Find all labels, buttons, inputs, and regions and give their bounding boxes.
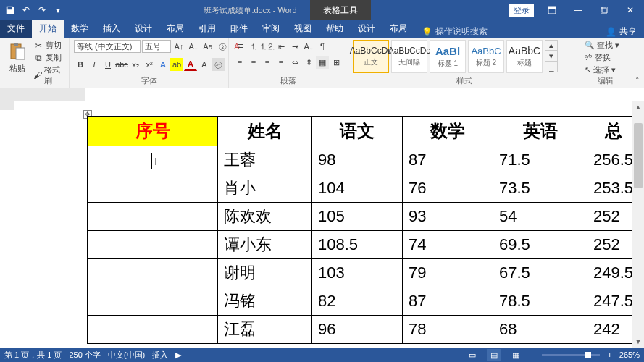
table-cell[interactable]: 69.5 — [493, 231, 587, 259]
horizontal-ruler[interactable] — [0, 88, 644, 101]
phonetic-button[interactable]: ㉆ — [216, 40, 229, 53]
replace-button[interactable]: ᵃ⁄ᵇ替换 — [585, 52, 619, 63]
table-cell[interactable]: I — [88, 146, 218, 174]
table-cell[interactable]: 87 — [403, 146, 493, 174]
read-mode-icon[interactable]: ▭ — [465, 349, 480, 361]
tell-me-search[interactable]: 💡操作说明搜索 — [422, 25, 488, 38]
table-cell[interactable]: 冯铭 — [218, 287, 312, 316]
ribbon-display-options-icon[interactable] — [540, 1, 564, 19]
header-chinese[interactable]: 语文 — [312, 117, 403, 146]
table-cell[interactable]: 73.5 — [493, 174, 587, 203]
save-icon[interactable] — [3, 3, 17, 17]
zoom-out-icon[interactable]: − — [530, 350, 535, 359]
language-indicator[interactable]: 中文(中国) — [108, 350, 145, 361]
table-cell[interactable]: 256.5 — [587, 146, 640, 174]
tab-numbers[interactable]: 数学 — [64, 20, 96, 38]
table-cell[interactable]: 87 — [403, 287, 493, 316]
tab-view[interactable]: 视图 — [287, 20, 319, 38]
scroll-down-icon[interactable]: ▼ — [632, 336, 644, 348]
collapse-ribbon-icon[interactable]: ˄ — [631, 38, 644, 88]
format-painter-button[interactable]: 🖌格式刷 — [33, 64, 64, 86]
table-cell[interactable]: 82 — [312, 287, 403, 316]
cut-button[interactable]: ✂剪切 — [33, 40, 64, 51]
char-shading-button[interactable]: ㊓ — [212, 58, 225, 71]
redo-icon[interactable]: ↷ — [35, 3, 49, 17]
tab-table-layout[interactable]: 布局 — [382, 20, 414, 38]
header-total[interactable]: 总 — [587, 117, 640, 146]
sort-button[interactable]: A↓ — [302, 40, 315, 53]
table-cell[interactable] — [88, 287, 218, 316]
tab-insert[interactable]: 插入 — [96, 20, 127, 38]
char-border-button[interactable]: A — [198, 58, 211, 71]
close-icon[interactable]: ✕ — [618, 1, 643, 19]
multilevel-button[interactable]: ⒈⒉ — [261, 40, 274, 53]
distribute-button[interactable]: ⇔ — [288, 56, 301, 69]
header-math[interactable]: 数学 — [403, 117, 493, 146]
style-title[interactable]: AaBbC标题 — [506, 40, 543, 73]
subscript-button[interactable]: x₂ — [129, 58, 142, 71]
shrink-font-button[interactable]: A↓ — [187, 40, 200, 53]
vertical-scrollbar[interactable]: ▲ ▼ — [632, 101, 644, 348]
indent-inc-button[interactable]: ⇥ — [288, 40, 301, 53]
table-cell[interactable]: 79 — [403, 259, 493, 287]
table-cell[interactable]: 陈欢欢 — [218, 203, 312, 231]
print-layout-icon[interactable]: ▤ — [487, 349, 501, 361]
table-cell[interactable]: 108.5 — [312, 231, 403, 259]
tab-mail[interactable]: 邮件 — [223, 20, 255, 38]
maximize-icon[interactable] — [592, 1, 616, 19]
macro-icon[interactable]: ▶ — [175, 350, 181, 360]
text-effects-button[interactable]: A — [156, 58, 170, 71]
score-table[interactable]: 序号 姓名 语文 数学 英语 总 I王蓉988771.5256.5肖小10476… — [87, 116, 640, 344]
table-cell[interactable]: 103 — [312, 259, 403, 287]
find-button[interactable]: 🔍查找▾ — [585, 40, 619, 51]
tab-file[interactable]: 文件 — [0, 20, 32, 38]
table-cell[interactable]: 253.5 — [587, 174, 640, 203]
table-cell[interactable]: 74 — [403, 231, 493, 259]
table-cell[interactable] — [88, 316, 218, 344]
table-cell[interactable]: 249.5 — [587, 259, 640, 287]
share-button[interactable]: 👤共享 — [606, 25, 637, 38]
select-button[interactable]: ↖选择▾ — [585, 64, 619, 75]
line-spacing-button[interactable]: ⇕ — [302, 56, 315, 69]
zoom-level[interactable]: 265% — [619, 350, 640, 359]
highlight-button[interactable]: ab — [170, 58, 183, 71]
style-heading2[interactable]: AaBbC标题 2 — [468, 40, 504, 73]
tab-design[interactable]: 设计 — [127, 20, 159, 38]
minimize-icon[interactable]: — — [566, 1, 590, 19]
table-cell[interactable]: 76 — [403, 174, 493, 203]
table-cell[interactable]: 肖小 — [218, 174, 312, 203]
table-cell[interactable]: 104 — [312, 174, 403, 203]
table-cell[interactable]: 江磊 — [218, 316, 312, 344]
show-marks-button[interactable]: ¶ — [316, 40, 329, 53]
table-cell[interactable]: 54 — [493, 203, 587, 231]
style-gallery-more-icon[interactable]: ⎯ — [545, 62, 558, 72]
undo-icon[interactable]: ↶ — [19, 3, 33, 17]
align-right-button[interactable]: ≡ — [261, 56, 274, 69]
table-cell[interactable]: 96 — [312, 316, 403, 344]
indent-dec-button[interactable]: ⇤ — [275, 40, 288, 53]
scroll-thumb[interactable] — [634, 123, 643, 188]
table-cell[interactable]: 98 — [312, 146, 403, 174]
tab-layout[interactable]: 布局 — [159, 20, 191, 38]
style-normal[interactable]: AaBbCcDc正文 — [353, 40, 389, 73]
tab-home[interactable]: 开始 — [32, 20, 64, 38]
login-button[interactable]: 登录 — [509, 4, 534, 17]
numbering-button[interactable]: ⒈ — [247, 40, 260, 53]
zoom-in-icon[interactable]: + — [607, 350, 611, 359]
table-row[interactable]: 谢明1037967.5249.5 — [88, 259, 640, 287]
tab-review[interactable]: 审阅 — [255, 20, 287, 38]
font-color-button[interactable]: A — [184, 58, 197, 71]
page[interactable]: ✥ 序号 姓名 语文 数学 英语 总 I王蓉988771.5256.5肖小104… — [14, 114, 644, 348]
header-seq[interactable]: 序号 — [88, 117, 218, 146]
table-cell[interactable]: 252 — [587, 231, 640, 259]
tab-help[interactable]: 帮助 — [319, 20, 351, 38]
table-cell[interactable]: 252 — [587, 203, 640, 231]
underline-button[interactable]: U — [101, 58, 114, 71]
table-cell[interactable]: 78.5 — [493, 287, 587, 316]
align-left-button[interactable]: ≡ — [233, 56, 246, 69]
table-row[interactable]: 谭小东108.57469.5252 — [88, 231, 640, 259]
grow-font-button[interactable]: A↑ — [172, 40, 185, 53]
table-cell[interactable]: 105 — [312, 203, 403, 231]
table-row[interactable]: 陈欢欢1059354252 — [88, 203, 640, 231]
style-scroll-up-icon[interactable]: ▴ — [545, 40, 558, 51]
